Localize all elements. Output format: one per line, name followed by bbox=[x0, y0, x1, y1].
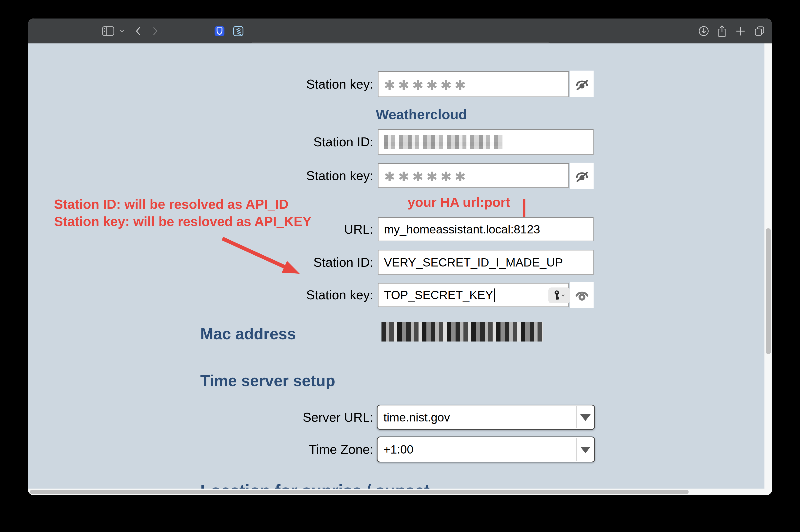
select-divider bbox=[576, 406, 577, 429]
wc-station-id-input[interactable] bbox=[378, 129, 594, 155]
sidebar-icon[interactable] bbox=[101, 19, 115, 43]
ha-url-input[interactable]: my_homeassistant.local:8123 bbox=[378, 217, 594, 241]
ha-station-key-value: TOP_SECRET_KEY bbox=[384, 288, 493, 302]
ha-station-key-label: Station key: bbox=[245, 283, 373, 307]
time-zone-label: Time Zone: bbox=[245, 437, 373, 462]
wu-station-key-label: Station key: bbox=[245, 71, 373, 97]
wu-show-password-button[interactable] bbox=[570, 71, 594, 97]
ha-station-id-label: Station ID: bbox=[245, 250, 373, 275]
new-tab-button[interactable] bbox=[734, 19, 747, 43]
annotation-api-id: Station ID: will be resolved as API_ID bbox=[54, 196, 289, 212]
mac-address-heading: Mac address bbox=[200, 325, 296, 343]
ha-station-id-input[interactable]: VERY_SECRET_ID_I_MADE_UP bbox=[378, 250, 594, 275]
wc-station-key-label: Station key: bbox=[245, 163, 373, 188]
horizontal-scrollbar-thumb[interactable] bbox=[30, 490, 689, 494]
masked-password: ✱✱✱✱✱✱ bbox=[384, 76, 469, 93]
time-zone-select[interactable]: +1:00 bbox=[377, 437, 595, 462]
text-caret bbox=[494, 288, 495, 302]
server-url-value: time.nist.gov bbox=[384, 411, 450, 424]
weathercloud-heading: Weathercloud bbox=[376, 106, 467, 122]
wc-show-password-button[interactable] bbox=[570, 163, 594, 189]
server-url-label: Server URL: bbox=[245, 405, 373, 430]
select-divider bbox=[576, 438, 577, 461]
extension-icon[interactable] bbox=[232, 19, 244, 43]
eye-icon bbox=[575, 288, 589, 302]
bitwarden-extension-icon[interactable] bbox=[213, 19, 225, 43]
dropdown-arrow-icon bbox=[580, 446, 591, 453]
eye-slash-icon bbox=[575, 77, 589, 91]
time-server-heading: Time server setup bbox=[200, 372, 335, 390]
password-autofill-button[interactable] bbox=[548, 287, 570, 303]
chevron-down-icon bbox=[561, 294, 565, 297]
wc-station-id-label: Station ID: bbox=[245, 129, 373, 155]
server-url-select[interactable]: time.nist.gov bbox=[377, 405, 595, 430]
share-button[interactable] bbox=[716, 19, 728, 43]
redacted-station-id bbox=[384, 135, 502, 149]
browser-toolbar: 192.168.1.1 bbox=[28, 19, 772, 43]
dropdown-arrow-icon bbox=[580, 414, 591, 421]
chevron-down-icon[interactable] bbox=[118, 19, 126, 43]
masked-password: ✱✱✱✱✱✱ bbox=[384, 167, 469, 185]
wc-station-key-input[interactable]: ✱✱✱✱✱✱ bbox=[378, 163, 569, 188]
wu-station-key-input[interactable]: ✱✱✱✱✱✱ bbox=[378, 71, 569, 97]
downloads-button[interactable] bbox=[697, 19, 710, 43]
key-icon bbox=[554, 290, 560, 301]
ha-station-key-input[interactable]: TOP_SECRET_KEY bbox=[378, 283, 569, 307]
redacted-mac-address bbox=[382, 322, 543, 342]
ha-station-id-value: VERY_SECRET_ID_I_MADE_UP bbox=[384, 255, 563, 269]
browser-window: 192.168.1.1 bbox=[28, 19, 772, 495]
ha-url-value: my_homeassistant.local:8123 bbox=[384, 223, 540, 236]
ha-show-password-button[interactable] bbox=[570, 282, 594, 308]
forward-button[interactable] bbox=[150, 19, 161, 43]
vertical-scrollbar-thumb[interactable] bbox=[766, 228, 771, 354]
annotation-ha-url-port: your HA url:port bbox=[408, 194, 510, 210]
back-button[interactable] bbox=[133, 19, 143, 43]
page-content: Station key: ✱✱✱✱✱✱ Weathercloud Station… bbox=[28, 43, 764, 489]
time-zone-value: +1:00 bbox=[384, 443, 413, 456]
eye-slash-icon bbox=[575, 169, 589, 183]
ha-url-label: URL: bbox=[245, 217, 373, 241]
tab-overview-button[interactable] bbox=[753, 19, 766, 43]
